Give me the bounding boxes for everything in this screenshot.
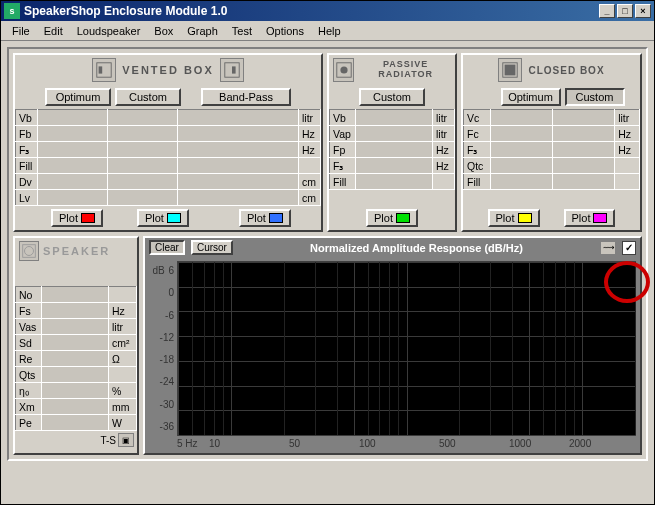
speaker-title: SPEAKER	[43, 245, 110, 257]
menubar: File Edit Loudspeaker Box Graph Test Opt…	[1, 21, 654, 41]
graph-panel: Clear Cursor Normalized Amplitude Respon…	[143, 236, 642, 455]
speaker-icon	[19, 241, 39, 261]
window-title: SpeakerShop Enclosure Module 1.0	[24, 4, 227, 18]
vented-icon	[92, 58, 116, 82]
response-chart: 6 0 -6 -12 -18 -24 -30 -36	[149, 261, 636, 436]
y-axis: 6 0 -6 -12 -18 -24 -30 -36	[149, 261, 177, 436]
app-icon: s	[4, 3, 20, 19]
menu-file[interactable]: File	[5, 23, 37, 39]
plot-area[interactable]	[177, 261, 636, 436]
passive-radiator-panel: PASSIVE RADIATOR Custom Vblitr Vaplitr F…	[327, 53, 457, 232]
closed-plot-optimum[interactable]: Plot	[488, 209, 540, 227]
graph-title: Normalized Amplitude Response (dB/Hz)	[239, 242, 594, 254]
menu-box[interactable]: Box	[147, 23, 180, 39]
closed-optimum-button[interactable]: Optimum	[501, 88, 561, 106]
closed-box-panel: CLOSED BOX Optimum Custom Vclitr FcHz F₃…	[461, 53, 642, 232]
menu-edit[interactable]: Edit	[37, 23, 70, 39]
closed-icon	[498, 58, 522, 82]
closed-params: Vclitr FcHz F₃Hz Qtc Fill	[463, 109, 640, 190]
menu-graph[interactable]: Graph	[180, 23, 225, 39]
menu-test[interactable]: Test	[225, 23, 259, 39]
menu-help[interactable]: Help	[311, 23, 348, 39]
passive-plot-button[interactable]: Plot	[366, 209, 418, 227]
svg-rect-3	[232, 66, 236, 73]
vented-title: VENTED BOX	[122, 64, 214, 76]
vented-bandpass-button[interactable]: Band-Pass	[201, 88, 291, 106]
svg-rect-1	[99, 66, 103, 73]
vented-custom-button[interactable]: Custom	[115, 88, 181, 106]
x-axis: 5 Hz 10 50 100 500 1000 2000	[149, 436, 636, 449]
passive-params: Vblitr Vaplitr FpHz F₃Hz Fill	[329, 109, 455, 190]
vented-plot-optimum[interactable]: Plot	[51, 209, 103, 227]
vented-optimum-button[interactable]: Optimum	[45, 88, 111, 106]
passive-title: PASSIVE RADIATOR	[360, 60, 451, 80]
ts-label: T-S	[100, 435, 116, 446]
speaker-panel: SPEAKER No FsHz Vaslitr Sdcm² ReΩ Qts η₀…	[13, 236, 139, 455]
closed-plot-custom[interactable]: Plot	[564, 209, 616, 227]
svg-point-5	[340, 66, 347, 73]
svg-rect-7	[505, 65, 516, 76]
closed-custom-button[interactable]: Custom	[565, 88, 625, 106]
vented-icon2	[220, 58, 244, 82]
closed-title: CLOSED BOX	[528, 65, 604, 76]
svg-point-9	[25, 247, 34, 256]
speaker-params: No FsHz Vaslitr Sdcm² ReΩ Qts η₀% Xmmm P…	[15, 286, 137, 431]
cursor-button[interactable]: Cursor	[191, 240, 233, 255]
vented-params: Vblitr FbHz F₃Hz Fill Dvcm Lvcm	[15, 109, 321, 206]
titlebar[interactable]: s SpeakerShop Enclosure Module 1.0 _ □ ×	[1, 1, 654, 21]
vented-plot-bandpass[interactable]: Plot	[239, 209, 291, 227]
link-icon[interactable]: ⟿	[600, 241, 616, 255]
menu-options[interactable]: Options	[259, 23, 311, 39]
ts-button[interactable]: ▣	[118, 433, 134, 447]
maximize-button[interactable]: □	[617, 4, 633, 18]
minimize-button[interactable]: _	[599, 4, 615, 18]
vented-box-panel: VENTED BOX Optimum Custom Band-Pass Vbli…	[13, 53, 323, 232]
passive-icon	[333, 58, 354, 82]
vented-plot-custom[interactable]: Plot	[137, 209, 189, 227]
graph-checkbox[interactable]: ✓	[622, 241, 636, 255]
passive-custom-button[interactable]: Custom	[359, 88, 425, 106]
clear-button[interactable]: Clear	[149, 240, 185, 255]
close-button[interactable]: ×	[635, 4, 651, 18]
menu-loudspeaker[interactable]: Loudspeaker	[70, 23, 148, 39]
